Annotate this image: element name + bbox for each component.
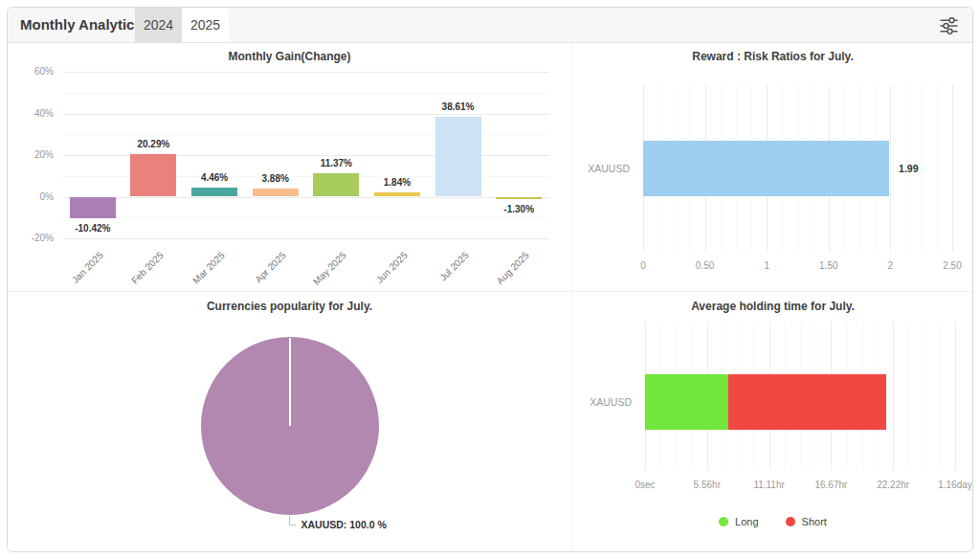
x-tick-label: 2: [863, 260, 917, 271]
minor-gridline: [924, 322, 925, 470]
y-tick-label: -20%: [8, 233, 54, 243]
x-tick-label: 16.67hr: [804, 480, 858, 490]
legend-item-short[interactable]: Short: [786, 516, 827, 527]
bar: [70, 197, 116, 219]
bar: [435, 117, 481, 197]
year-tabs: 2024 2025: [135, 8, 229, 42]
bar-value-label: 4.46%: [181, 172, 248, 183]
gridline: [62, 238, 549, 239]
x-tick-label: 1.16day: [928, 480, 973, 490]
currency-popularity-plot: XAUUSD: 100.0 %: [8, 293, 571, 551]
x-tick-label: 0sec: [618, 480, 672, 490]
x-tick-label: 22.22hr: [866, 480, 920, 490]
legend: LongShort: [573, 516, 972, 527]
gridline: [890, 85, 891, 252]
sliders-icon: [939, 17, 959, 34]
x-tick-label: 11.11hr: [743, 480, 796, 490]
legend-dot-long: [719, 517, 728, 526]
gridline: [955, 322, 956, 470]
bar-value-label: 1.84%: [364, 177, 431, 188]
bar-value-label: 11.37%: [302, 158, 369, 168]
label-connector: [289, 525, 296, 525]
page-title: Monthly Analytics: [20, 8, 143, 42]
chart-title-currency-popularity: Currencies popularity for July.: [8, 300, 571, 313]
bar: [374, 192, 420, 196]
chart-title-reward-risk: Reward : Risk Ratios for July.: [573, 50, 972, 63]
x-tick-label: 2.50: [925, 260, 973, 271]
x-tick-label: Feb 2025: [130, 250, 167, 286]
bar: [643, 141, 889, 196]
legend-label: Short: [802, 516, 827, 527]
y-tick-label: 40%: [8, 108, 54, 119]
tab-2025[interactable]: 2025: [182, 8, 229, 42]
legend-dot-short: [786, 517, 795, 526]
y-tick-label: 0%: [8, 191, 54, 202]
category-label: XAUUSD: [573, 396, 632, 408]
gridline: [893, 322, 894, 470]
gridline: [62, 197, 549, 198]
x-tick-label: Jan 2025: [70, 250, 105, 285]
chart-title-monthly-gain: Monthly Gain(Change): [8, 50, 571, 63]
bar-segment-short: [728, 374, 885, 430]
x-tick-label: 5.56hr: [680, 480, 734, 490]
legend-item-long[interactable]: Long: [719, 516, 758, 527]
minor-gridline: [940, 322, 941, 470]
panel-currency-popularity: Currencies popularity for July. XAUUSD: …: [8, 293, 572, 551]
minor-gridline: [62, 217, 549, 218]
label-connector: [289, 516, 290, 525]
slice-label: XAUUSD: 100.0 %: [301, 519, 387, 530]
bar: [191, 188, 237, 197]
gridline: [952, 85, 953, 252]
legend-label: Long: [735, 516, 758, 527]
header-bar: Monthly Analytics 2024 2025: [8, 8, 972, 43]
tab-2024[interactable]: 2024: [135, 8, 182, 42]
bar-value-label: 38.61%: [425, 101, 492, 112]
x-tick-label: 1: [740, 260, 793, 271]
bar-value-label: 3.88%: [242, 173, 309, 184]
panel-reward-risk: Reward : Risk Ratios for July. 00.5011.5…: [573, 43, 972, 292]
x-tick-label: Aug 2025: [495, 250, 531, 286]
bar: [253, 189, 299, 196]
y-tick-label: 20%: [8, 149, 54, 160]
minor-gridline: [937, 85, 938, 252]
monthly-gain-plot: -20%0%20%40%60%-10.42%Jan 202520.29%Feb …: [8, 43, 571, 291]
x-tick-label: 0: [616, 260, 670, 271]
bar-value-label: -1.30%: [485, 204, 552, 214]
category-label: XAUUSD: [573, 163, 630, 174]
slice-divider: [289, 338, 291, 426]
bar-value-label: 1.99: [899, 163, 918, 174]
minor-gridline: [922, 85, 923, 252]
x-tick-label: 1.50: [802, 260, 856, 271]
x-tick-label: Mar 2025: [190, 250, 227, 286]
bar: [313, 173, 359, 197]
reward-risk-plot: 00.5011.5022.50XAUUSD1.99: [573, 43, 972, 291]
avg-holding-plot: 0sec5.56hr11.11hr16.67hr22.22hr1.16dayXA…: [573, 293, 972, 551]
minor-gridline: [62, 93, 549, 94]
x-tick-label: Jun 2025: [374, 250, 410, 285]
bar: [130, 154, 176, 196]
charts-grid: Monthly Gain(Change) -20%0%20%40%60%-10.…: [8, 43, 972, 551]
gridline: [62, 114, 549, 115]
bar-value-label: -10.42%: [59, 223, 126, 234]
panel-monthly-gain: Monthly Gain(Change) -20%0%20%40%60%-10.…: [8, 43, 572, 292]
x-tick-label: May 2025: [311, 250, 348, 287]
analytics-panel: Monthly Analytics 2024 2025 Monthly Gain…: [7, 7, 973, 552]
x-tick-label: 0.50: [679, 260, 732, 271]
filter-button[interactable]: [937, 15, 960, 36]
gridline: [62, 72, 549, 73]
x-tick-label: Apr 2025: [253, 250, 287, 284]
minor-gridline: [908, 322, 909, 470]
x-tick-label: Jul 2025: [437, 250, 471, 283]
bar: [496, 197, 542, 200]
chart-title-avg-holding: Average holding time for July.: [573, 300, 972, 313]
panel-avg-holding: Average holding time for July. 0sec5.56h…: [573, 293, 972, 551]
y-tick-label: 60%: [8, 66, 54, 77]
bar-segment-long: [645, 374, 728, 430]
bar-value-label: 20.29%: [120, 139, 187, 149]
